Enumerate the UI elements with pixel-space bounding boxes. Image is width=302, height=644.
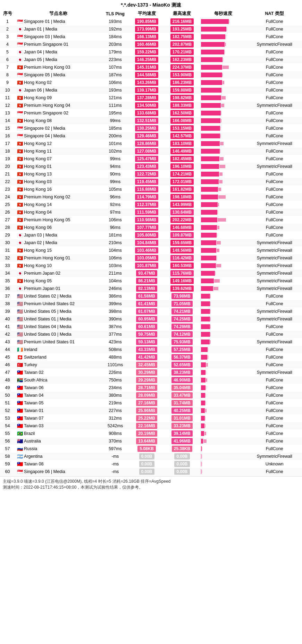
node-label: Premium Singapore 01	[24, 42, 68, 47]
cell-max: 39.14MB	[165, 430, 200, 437]
cell-id: 57	[0, 445, 15, 453]
cell-avg: 0.00B	[129, 460, 165, 468]
cell-ping: 99ms	[101, 117, 129, 124]
cell-ping: 192ms	[101, 25, 129, 33]
table-row: 42 🇺🇸 United States 03 | Media 377ms 59.…	[0, 330, 302, 338]
cell-id: 56	[0, 437, 15, 445]
cell-name: 🇺🇸 United States 01 | Media	[15, 315, 101, 323]
cell-avg: 0.00B	[129, 468, 165, 475]
node-label: Taiwan 01	[24, 408, 43, 413]
table-header: 序号 节点名称 TLS Ping 平均速度 最高速度 每秒速度 NAT 类型	[0, 10, 302, 18]
flag-icon: 🇺🇸	[17, 293, 23, 299]
cell-name: 🇭🇰 Hong Kong 03	[15, 178, 101, 186]
node-label: Taiwan 07	[24, 416, 43, 421]
flag-icon: 🇺🇸	[17, 339, 23, 345]
cell-name: 🇹🇷 Turkey	[15, 361, 101, 369]
cell-max: 159.65MB	[165, 239, 200, 247]
node-label: Singapore 02 | Media	[24, 126, 65, 131]
cell-max: 0.00B	[165, 460, 200, 468]
table-row: 20 🇭🇰 Hong Kong 01 94ms 123.43MB 196.10M…	[0, 163, 302, 170]
cell-nat: SymmetricFirewall	[247, 262, 302, 269]
flag-icon: 🇹🇼	[17, 400, 23, 406]
node-label: Premium Japan 02	[24, 271, 60, 276]
cell-id: 32	[0, 254, 15, 262]
flag-icon: 🇺🇸	[17, 316, 23, 322]
cell-name: 🇭🇰 Hong Kong 04	[15, 208, 101, 216]
node-label: Switzerland	[24, 355, 47, 360]
cell-nat: FullCone	[247, 18, 302, 25]
col-header-max: 最高速度	[165, 10, 200, 18]
cell-avg: 114.79MB	[129, 193, 165, 201]
flag-icon: 🇯🇵	[17, 57, 23, 62]
cell-ping: 312ms	[101, 414, 129, 422]
table-row: 17 🇭🇰 Hong Kong 12 101ms 128.86MB 183.10…	[0, 140, 302, 147]
flag-icon: 🇺🇸	[17, 332, 23, 337]
table-row: 53 🇹🇼 Taiwan 07 312ms 25.22MB 31.01MB Fu…	[0, 414, 302, 422]
cell-name: 🇯🇵 Japan 06 | Media	[15, 86, 101, 94]
cell-avg: 166.13MB	[129, 33, 165, 41]
cell-nat: SymmetricFirewall	[247, 285, 302, 292]
cell-nat: FullCone	[247, 422, 302, 430]
cell-avg: 61.41MB	[129, 300, 165, 308]
cell-nat: SymmetricFirewall	[247, 102, 302, 109]
cell-ping: 106ms	[101, 216, 129, 224]
cell-nat: SymmetricFirewall	[247, 277, 302, 285]
cell-nat: FullCone	[247, 430, 302, 437]
cell-bar	[200, 247, 247, 254]
cell-name: 🇯🇵 Premium Japan 02	[15, 269, 101, 277]
cell-ping: 107ms	[101, 63, 129, 71]
table-container: 序号 节点名称 TLS Ping 平均速度 最高速度 每秒速度 NAT 类型 1…	[0, 10, 302, 475]
cell-id: 12	[0, 102, 15, 109]
cell-name: 🇷🇺 Russia	[15, 445, 101, 453]
cell-id: 55	[0, 430, 15, 437]
cell-avg: 104.84MB	[129, 239, 165, 247]
node-label: Hong Kong 16	[24, 187, 52, 192]
cell-bar	[200, 262, 247, 269]
cell-avg: 13.64MB	[129, 437, 165, 445]
flag-icon: 🇹🇼	[17, 393, 23, 398]
cell-id: 8	[0, 71, 15, 79]
cell-nat: FullCone	[247, 361, 302, 369]
flag-icon: 🇭🇰	[17, 255, 23, 261]
cell-bar	[200, 86, 247, 94]
cell-bar	[200, 132, 247, 140]
flag-icon: 🇹🇼	[17, 385, 23, 390]
cell-max: 33.47MB	[165, 392, 200, 399]
cell-name: 🇭🇰 Hong Kong 05	[15, 277, 101, 285]
footer-line2: 测速时间：2022-08-21T17:46:15+08:00，本测试为试验性结果…	[3, 484, 299, 490]
node-label: Hong Kong 15	[24, 248, 52, 253]
cell-max: 56.37MB	[165, 353, 200, 361]
cell-nat: SymmetricFirewall	[247, 41, 302, 48]
cell-ping: 386ms	[101, 292, 129, 300]
flag-icon: 🇯🇵	[17, 26, 23, 32]
cell-id: 9	[0, 79, 15, 86]
cell-name: 🇯🇵 Japan 01 | Media	[15, 25, 101, 33]
node-label: Turkey	[24, 362, 37, 367]
table-row: 29 🇯🇵 Japan 03 | Media 181ms 105.80MB 10…	[0, 231, 302, 239]
cell-bar	[200, 300, 247, 308]
cell-nat: FullCone	[247, 300, 302, 308]
table-row: 50 🇹🇼 Taiwan 04 380ms 28.09MB 33.47MB Fu…	[0, 392, 302, 399]
flag-icon: 🇭🇰	[17, 225, 23, 230]
node-label: Hong Kong 07	[24, 156, 52, 161]
cell-id: 24	[0, 193, 15, 201]
table-row: 39 🇺🇸 United States 05 | Media 398ms 61.…	[0, 308, 302, 315]
cell-name: 🇭🇰 Premium Hong Kong 03	[15, 63, 101, 71]
table-row: 26 🇭🇰 Hong Kong 04 97ms 111.59MB 130.64M…	[0, 208, 302, 216]
cell-name: 🇭🇰 Hong Kong 09	[15, 94, 101, 102]
cell-name: 🇺🇸 Premium United States 02	[15, 300, 101, 308]
cell-bar	[200, 353, 247, 361]
cell-ping: 488ms	[101, 353, 129, 361]
cell-ping: 398ms	[101, 308, 129, 315]
flag-icon: 🇿🇦	[17, 377, 23, 383]
cell-avg: 22.16MB	[129, 422, 165, 430]
flag-icon: 🇷🇺	[17, 446, 23, 452]
cell-name: 🇯🇵 Japan 03 | Media	[15, 231, 101, 239]
table-row: 6 🇯🇵 Japan 05 | Media 223ms 146.25MB 162…	[0, 56, 302, 63]
cell-nat: SymmetricFirewall	[247, 239, 302, 247]
node-label: Premium Hong Kong 01	[24, 256, 70, 260]
cell-bar	[200, 437, 247, 445]
table-row: 30 🇯🇵 Japan 02 | Media 210ms 104.84MB 15…	[0, 239, 302, 247]
cell-avg: 133.68MB	[129, 109, 165, 117]
cell-id: 7	[0, 63, 15, 71]
